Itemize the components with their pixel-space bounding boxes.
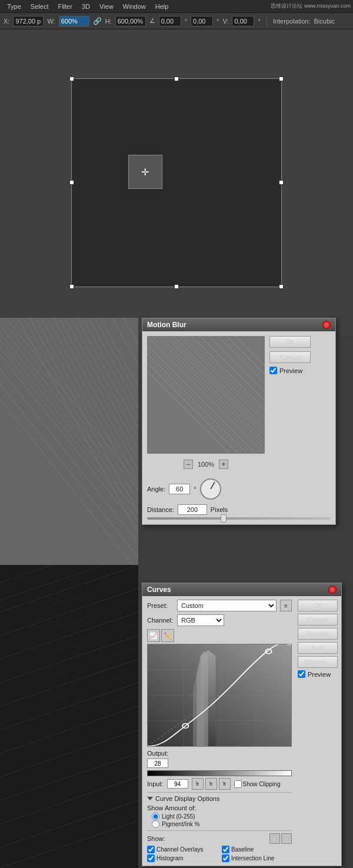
center-element: ✛ [128, 155, 162, 189]
angle-input[interactable] [169, 484, 190, 494]
show-amount-label: Show Amount of: [147, 804, 292, 812]
angle-dial[interactable] [200, 478, 221, 500]
menu-help[interactable]: Help [151, 2, 174, 11]
preview-checkbox[interactable] [269, 367, 277, 374]
light-label: Light (0-255) [162, 813, 195, 820]
curves-options-button[interactable]: Options... [298, 656, 338, 668]
pigment-radio[interactable] [152, 820, 159, 828]
show-clipping-label: Show Clipping [243, 781, 281, 787]
distance-unit: Pixels [211, 506, 228, 513]
menu-3d[interactable]: 3D [77, 2, 95, 11]
curves-ok-button[interactable]: OK [298, 600, 338, 611]
angle-input[interactable] [159, 16, 181, 26]
menu-view[interactable]: View [95, 2, 118, 11]
curve-draw-icon[interactable]: 📈 [147, 629, 160, 642]
input-row: Input: 🖱 🖱 🖱 Show Clipping [147, 778, 292, 790]
output-input[interactable] [147, 759, 168, 768]
motion-blur-close-button[interactable] [322, 321, 331, 329]
w-input[interactable] [59, 16, 89, 26]
show-label: Show: [147, 835, 165, 842]
grid-icons: ⊞ ⊟ [269, 833, 292, 844]
show-header-row: Show: ⊞ ⊟ [147, 833, 292, 844]
canvas-area: ✛ [0, 29, 353, 335]
grid-large-icon[interactable]: ⊟ [281, 833, 292, 844]
h-label: H: [105, 18, 112, 25]
handle-bottom-right[interactable] [279, 284, 284, 289]
crosshair-icon: ✛ [141, 167, 149, 178]
baseline-checkbox[interactable] [222, 846, 229, 853]
curves-preview-label: Preview [308, 671, 331, 678]
handle-top-center[interactable] [174, 77, 179, 81]
menu-select[interactable]: Select [26, 2, 54, 11]
menu-window[interactable]: Window [118, 2, 151, 11]
histogram-checkbox[interactable] [147, 854, 155, 862]
menu-type[interactable]: Type [2, 2, 26, 11]
gray-eyedropper-icon[interactable]: 🖱 [205, 778, 217, 790]
cancel-button[interactable]: Cancel [269, 351, 311, 363]
preview-svg [147, 336, 265, 454]
lower-texture-svg [0, 565, 138, 868]
zoom-out-button[interactable]: − [184, 460, 193, 469]
watermark-text: 思维设计论坛 www.missyuan.com [271, 2, 351, 10]
input-input[interactable] [167, 779, 188, 789]
histogram-label: Histogram [156, 855, 184, 862]
preset-label: Preset: [147, 602, 174, 609]
handle-bottom-left[interactable] [69, 284, 74, 289]
channel-row: Channel: RGB [147, 614, 292, 626]
svg-rect-52 [0, 565, 138, 868]
interpolation-value: Bicubic [314, 18, 334, 25]
curves-title-bar: Curves [142, 583, 341, 596]
black-eyedropper-icon[interactable]: 🖱 [192, 778, 204, 790]
curve-display-header: Curve Display Options [147, 795, 292, 802]
curves-auto-button[interactable]: Auto [298, 642, 338, 654]
texture-svg [0, 318, 138, 565]
grid-small-icon[interactable]: ⊞ [269, 833, 280, 844]
show-clipping-checkbox[interactable] [234, 780, 242, 788]
handle-top-left[interactable] [69, 77, 74, 81]
curves-graph-svg [148, 644, 291, 746]
curves-cancel-button[interactable]: Cancel [298, 614, 338, 626]
curves-right-buttons: OK Cancel Smooth Auto Options... Preview [298, 596, 341, 866]
curves-dialog: Curves Preset: Custom ≡ Channel: RGB [142, 583, 342, 866]
white-eyedropper-icon[interactable]: 🖱 [219, 778, 231, 790]
x-input[interactable] [13, 16, 44, 26]
distance-input[interactable] [178, 504, 207, 515]
zoom-in-button[interactable]: + [219, 460, 228, 469]
gradient-bar [147, 770, 292, 776]
light-radio[interactable] [152, 813, 159, 820]
h-input[interactable] [115, 16, 146, 26]
intersection-label: Intersection Line [231, 855, 274, 862]
handle-top-right[interactable] [279, 77, 284, 81]
handle-bottom-center[interactable] [174, 284, 179, 289]
preview-checkbox-container: Preview [269, 367, 331, 374]
distance-slider-container [142, 517, 335, 524]
ok-button[interactable]: OK [269, 336, 311, 348]
preset-select[interactable]: Custom [177, 600, 277, 611]
canvas-content[interactable]: ✛ [71, 78, 282, 287]
intersection-checkbox[interactable] [222, 854, 229, 862]
slider-thumb[interactable] [221, 514, 227, 523]
curves-graph[interactable] [147, 644, 292, 747]
x-label: X: [4, 18, 9, 25]
preset-settings-icon[interactable]: ≡ [280, 600, 292, 611]
curves-close-button[interactable] [328, 586, 337, 594]
channel-overlays-checkbox[interactable] [147, 846, 155, 853]
curves-graph-container [147, 644, 292, 747]
channel-select[interactable]: RGB [177, 614, 224, 626]
curve-display-label: Curve Display Options [155, 795, 219, 802]
show-grid: Channel Overlays Baseline Histogram [147, 846, 292, 862]
h-skew-input[interactable] [191, 16, 213, 26]
pencil-draw-icon[interactable]: ✏️ [161, 629, 174, 642]
angle-unit: ° [194, 485, 196, 493]
distance-slider[interactable] [147, 517, 331, 520]
curves-smooth-button[interactable]: Smooth [298, 628, 338, 640]
light-radio-row: Light (0-255) [152, 813, 292, 820]
handle-middle-left[interactable] [69, 180, 74, 185]
handle-middle-right[interactable] [279, 180, 284, 185]
pigment-label: Pigment/Ink % [162, 821, 199, 827]
distance-row: Distance: Pixels [142, 502, 335, 517]
curves-preview-checkbox[interactable] [298, 670, 305, 678]
menu-bar: Type Select Filter 3D View Window Help 思… [0, 0, 353, 13]
v-skew-input[interactable] [232, 16, 254, 26]
menu-filter[interactable]: Filter [53, 2, 76, 11]
